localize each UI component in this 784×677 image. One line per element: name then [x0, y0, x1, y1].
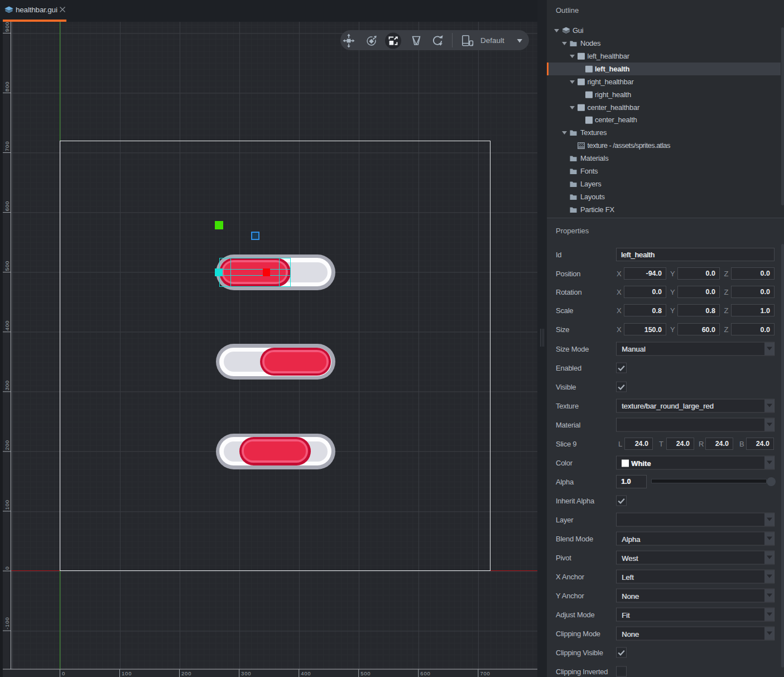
- svg-text:Default: Default: [480, 36, 504, 45]
- svg-text:100: 100: [122, 670, 132, 676]
- svg-text:700: 700: [480, 670, 490, 676]
- svg-text:600: 600: [4, 200, 10, 210]
- svg-text:500: 500: [4, 260, 10, 270]
- svg-text:400: 400: [301, 670, 311, 676]
- svg-text:900: 900: [4, 22, 10, 32]
- svg-text:700: 700: [4, 141, 10, 151]
- svg-text:200: 200: [4, 440, 10, 450]
- svg-text:100: 100: [4, 500, 10, 510]
- svg-text:200: 200: [181, 670, 191, 676]
- svg-text:300: 300: [241, 670, 251, 676]
- svg-text:-100: -100: [4, 617, 10, 629]
- svg-text:800: 800: [4, 81, 10, 91]
- svg-text:500: 500: [360, 670, 371, 676]
- svg-text:600: 600: [420, 670, 430, 676]
- svg-text:0: 0: [4, 566, 10, 569]
- svg-text:300: 300: [4, 380, 10, 390]
- svg-text:400: 400: [4, 320, 10, 330]
- svg-text:0: 0: [62, 670, 65, 676]
